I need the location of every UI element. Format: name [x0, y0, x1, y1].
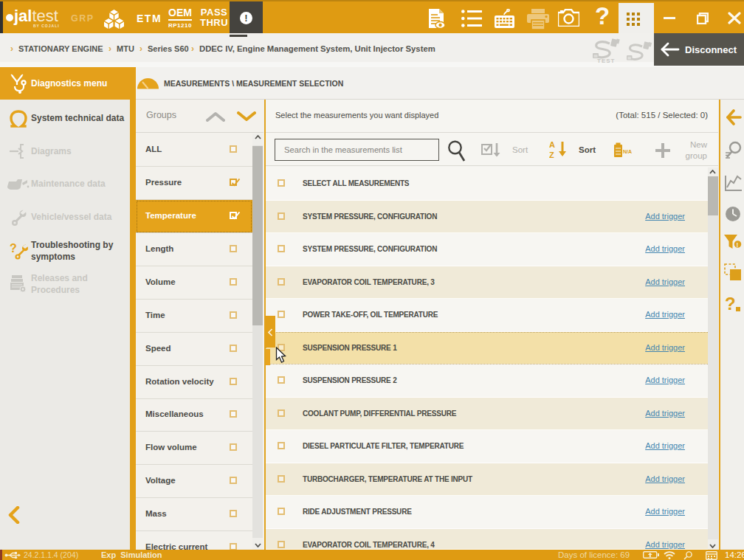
svg-text:?: ? — [725, 295, 736, 313]
svg-text:A: A — [549, 140, 555, 149]
svg-text:!: ! — [737, 241, 739, 249]
svg-text:Z: Z — [549, 151, 554, 159]
svg-text:?: ? — [10, 242, 17, 255]
svg-text:N/A: N/A — [623, 149, 632, 154]
svg-text:TEST: TEST — [597, 58, 615, 64]
